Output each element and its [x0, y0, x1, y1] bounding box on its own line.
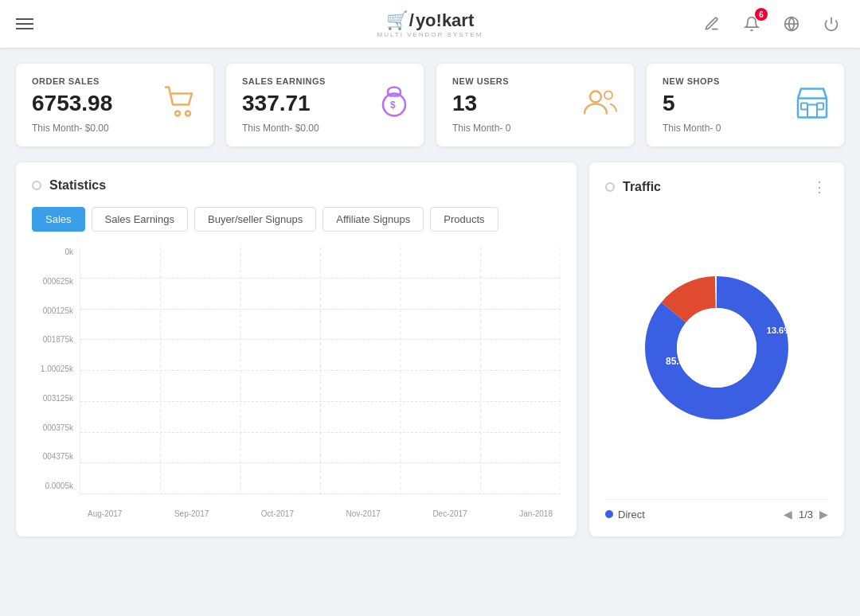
new-users-label: NEW USERS [452, 76, 618, 86]
prev-page-arrow[interactable]: ◀ [784, 508, 792, 520]
shop-icon [795, 84, 830, 127]
header: 🛒 / yo!kart MULTI VENDOR SYSTEM 6 [0, 0, 860, 48]
statistics-title: Statistics [49, 178, 106, 193]
main-area: Statistics Sales Sales Earnings Buyer/se… [0, 154, 860, 552]
page-number: 1/3 [799, 509, 813, 520]
cart-icon [164, 86, 199, 125]
x-label-4: Dec-2017 [432, 509, 467, 518]
traffic-header: Traffic ⋮ [605, 178, 828, 196]
more-options-icon[interactable]: ⋮ [812, 178, 828, 196]
users-icon [581, 86, 620, 125]
svg-rect-9 [807, 105, 817, 118]
tab-affiliate-signups[interactable]: Affiliate Signups [322, 207, 424, 232]
donut-svg [637, 268, 796, 427]
y-label-5: 003125k [32, 394, 80, 403]
statistics-dot [32, 181, 41, 190]
svg-point-6 [590, 92, 601, 103]
y-label-3: 001875k [32, 335, 80, 344]
x-label-0: Aug-2017 [88, 509, 122, 518]
y-label-6: 000375k [32, 423, 80, 432]
legend-direct: Direct [605, 509, 645, 520]
legend-label-direct: Direct [618, 509, 645, 520]
next-page-arrow[interactable]: ▶ [819, 508, 828, 520]
y-label-0: 0k [32, 248, 80, 256]
x-label-3: Nov-2017 [346, 509, 380, 518]
statistics-panel: Statistics Sales Sales Earnings Buyer/se… [16, 162, 577, 536]
notification-badge: 6 [755, 8, 768, 21]
traffic-legend: Direct ◀ 1/3 ▶ [605, 499, 828, 520]
stat-card-order-sales: ORDER SALES 6753.98 This Month- $0.00 [16, 64, 213, 146]
svg-text:$: $ [390, 99, 396, 111]
tab-products[interactable]: Products [430, 207, 498, 232]
statistics-tabs: Sales Sales Earnings Buyer/seller Signup… [32, 207, 561, 232]
y-label-2: 000125k [32, 306, 80, 315]
traffic-header-left: Traffic [605, 180, 661, 194]
legend-dot-direct [605, 510, 613, 518]
logo-brand: yo!kart [416, 10, 474, 31]
svg-rect-10 [801, 103, 807, 110]
chart-grid [80, 248, 561, 494]
statistics-header: Statistics [32, 178, 561, 193]
svg-point-20 [677, 308, 756, 388]
traffic-dot [605, 182, 615, 192]
svg-point-3 [186, 111, 190, 116]
donut-chart: 85.8% 13.6% [637, 268, 796, 427]
y-axis: 0.0005k 004375k 000375k 003125k 1.00025k… [32, 248, 80, 494]
tab-sales-earnings[interactable]: Sales Earnings [92, 207, 188, 232]
y-label-8: 0.0005k [32, 481, 80, 490]
stat-card-new-users: NEW USERS 13 This Month- 0 [436, 64, 634, 146]
traffic-panel: Traffic ⋮ 85.8% 13.6% [589, 162, 844, 536]
svg-point-7 [604, 92, 612, 99]
stat-card-new-shops: NEW SHOPS 5 This Month- 0 [647, 64, 844, 146]
chart-area: 0.0005k 004375k 000375k 003125k 1.00025k… [32, 248, 561, 518]
logo: 🛒 / yo!kart MULTI VENDOR SYSTEM [377, 10, 483, 38]
traffic-title: Traffic [623, 180, 661, 194]
y-label-7: 004375k [32, 452, 80, 461]
hamburger-menu[interactable] [16, 18, 33, 29]
tab-buyer-seller-signups[interactable]: Buyer/seller Signups [194, 207, 316, 232]
svg-rect-11 [817, 103, 823, 110]
svg-point-2 [175, 111, 180, 116]
donut-red-label: 13.6% [767, 326, 792, 335]
x-axis: Aug-2017 Sep-2017 Oct-2017 Nov-2017 Dec-… [80, 509, 561, 518]
pagination: ◀ 1/3 ▶ [784, 508, 828, 520]
power-icon[interactable] [819, 11, 844, 37]
y-label-1: 000625k [32, 277, 80, 286]
header-left [16, 18, 33, 29]
donut-container: 85.8% 13.6% [605, 204, 828, 491]
bell-icon[interactable]: 6 [739, 11, 764, 37]
y-label-4: 1.00025k [32, 365, 80, 373]
x-label-5: Jan-2018 [519, 509, 553, 518]
globe-icon[interactable] [779, 11, 804, 37]
x-label-1: Sep-2017 [174, 509, 209, 518]
header-right: 6 [699, 11, 844, 37]
pencil-icon[interactable] [699, 11, 725, 37]
donut-blue-label: 85.8% [666, 356, 693, 367]
money-bag-icon: $ [379, 84, 409, 127]
order-sales-label: ORDER SALES [32, 76, 197, 86]
stat-card-sales-earnings: SALES EARNINGS 337.71 This Month- $0.00 … [226, 64, 424, 146]
stats-row: ORDER SALES 6753.98 This Month- $0.00 SA… [0, 48, 860, 154]
x-label-2: Oct-2017 [261, 509, 294, 518]
tab-sales[interactable]: Sales [32, 207, 85, 232]
logo-subtitle: MULTI VENDOR SYSTEM [377, 31, 483, 38]
svg-rect-8 [798, 99, 827, 118]
